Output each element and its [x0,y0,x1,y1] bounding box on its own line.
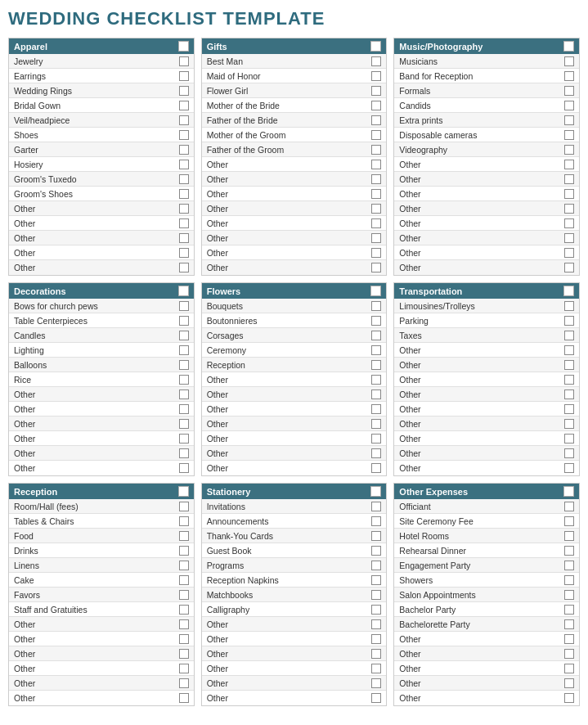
row-checkbox-stationery-6[interactable] [371,590,381,600]
row-checkbox-stationery-1[interactable] [371,516,381,526]
row-checkbox-reception-8[interactable] [179,619,189,629]
row-checkbox-apparel-4[interactable] [179,115,189,125]
row-checkbox-reception-2[interactable] [179,531,189,541]
row-checkbox-flowers-4[interactable] [371,360,381,370]
row-checkbox-other-expenses-4[interactable] [564,561,574,570]
row-checkbox-apparel-12[interactable] [179,233,189,243]
row-checkbox-transportation-3[interactable] [564,345,574,355]
row-checkbox-gifts-3[interactable] [371,101,381,110]
row-checkbox-stationery-0[interactable] [371,502,381,511]
row-checkbox-flowers-3[interactable] [371,345,381,355]
row-checkbox-gifts-10[interactable] [371,204,381,214]
row-checkbox-music-photography-14[interactable] [564,263,574,272]
row-checkbox-gifts-2[interactable] [371,86,381,96]
row-checkbox-flowers-7[interactable] [371,404,381,414]
row-checkbox-stationery-12[interactable] [371,678,381,688]
row-checkbox-transportation-1[interactable] [564,316,574,326]
row-checkbox-transportation-7[interactable] [564,404,574,414]
row-checkbox-transportation-9[interactable] [564,434,574,444]
row-checkbox-gifts-11[interactable] [371,218,381,228]
row-checkbox-music-photography-2[interactable] [564,86,574,96]
row-checkbox-decorations-7[interactable] [179,404,189,414]
row-checkbox-stationery-11[interactable] [371,664,381,673]
row-checkbox-decorations-11[interactable] [179,463,189,473]
row-checkbox-stationery-4[interactable] [371,561,381,570]
row-checkbox-gifts-8[interactable] [371,174,381,184]
row-checkbox-flowers-11[interactable] [371,463,381,473]
row-checkbox-flowers-0[interactable] [371,301,381,311]
row-checkbox-transportation-6[interactable] [564,390,574,399]
row-checkbox-music-photography-9[interactable] [564,189,574,199]
row-checkbox-transportation-10[interactable] [564,448,574,458]
section-checkbox-other-expenses[interactable] [563,486,574,497]
row-checkbox-reception-0[interactable] [179,502,189,511]
row-checkbox-music-photography-12[interactable] [564,233,574,243]
row-checkbox-apparel-10[interactable] [179,204,189,214]
row-checkbox-reception-5[interactable] [179,575,189,585]
row-checkbox-stationery-7[interactable] [371,605,381,615]
row-checkbox-apparel-8[interactable] [179,174,189,184]
row-checkbox-transportation-2[interactable] [564,331,574,340]
row-checkbox-music-photography-5[interactable] [564,130,574,140]
row-checkbox-transportation-0[interactable] [564,301,574,311]
row-checkbox-apparel-2[interactable] [179,86,189,96]
row-checkbox-apparel-5[interactable] [179,130,189,140]
row-checkbox-music-photography-8[interactable] [564,174,574,184]
row-checkbox-transportation-8[interactable] [564,419,574,429]
row-checkbox-apparel-14[interactable] [179,263,189,272]
row-checkbox-flowers-6[interactable] [371,390,381,399]
row-checkbox-flowers-9[interactable] [371,434,381,444]
row-checkbox-reception-11[interactable] [179,664,189,673]
row-checkbox-music-photography-4[interactable] [564,115,574,125]
row-checkbox-music-photography-1[interactable] [564,71,574,81]
row-checkbox-gifts-13[interactable] [371,248,381,258]
row-checkbox-music-photography-10[interactable] [564,204,574,214]
row-checkbox-other-expenses-10[interactable] [564,649,574,659]
row-checkbox-music-photography-13[interactable] [564,248,574,258]
row-checkbox-apparel-9[interactable] [179,189,189,199]
row-checkbox-gifts-7[interactable] [371,160,381,169]
row-checkbox-other-expenses-5[interactable] [564,575,574,585]
section-checkbox-transportation[interactable] [563,286,574,296]
row-checkbox-transportation-4[interactable] [564,360,574,370]
row-checkbox-apparel-13[interactable] [179,248,189,258]
row-checkbox-gifts-4[interactable] [371,115,381,125]
row-checkbox-gifts-1[interactable] [371,71,381,81]
row-checkbox-reception-4[interactable] [179,561,189,570]
row-checkbox-decorations-4[interactable] [179,360,189,370]
section-checkbox-apparel[interactable] [178,41,189,52]
row-checkbox-other-expenses-11[interactable] [564,664,574,673]
section-checkbox-reception[interactable] [178,486,189,497]
row-checkbox-transportation-11[interactable] [564,463,574,473]
row-checkbox-apparel-3[interactable] [179,101,189,110]
row-checkbox-music-photography-0[interactable] [564,56,574,66]
row-checkbox-apparel-7[interactable] [179,160,189,169]
row-checkbox-flowers-2[interactable] [371,331,381,340]
section-checkbox-flowers[interactable] [370,286,381,296]
row-checkbox-other-expenses-8[interactable] [564,619,574,629]
row-checkbox-decorations-5[interactable] [179,375,189,385]
row-checkbox-gifts-14[interactable] [371,263,381,272]
row-checkbox-other-expenses-0[interactable] [564,502,574,511]
row-checkbox-decorations-1[interactable] [179,316,189,326]
row-checkbox-stationery-8[interactable] [371,619,381,629]
row-checkbox-decorations-0[interactable] [179,301,189,311]
row-checkbox-stationery-2[interactable] [371,531,381,541]
row-checkbox-other-expenses-6[interactable] [564,590,574,600]
row-checkbox-flowers-10[interactable] [371,448,381,458]
row-checkbox-reception-9[interactable] [179,634,189,644]
section-checkbox-stationery[interactable] [370,486,381,497]
row-checkbox-apparel-0[interactable] [179,56,189,66]
row-checkbox-other-expenses-12[interactable] [564,678,574,688]
row-checkbox-flowers-5[interactable] [371,375,381,385]
row-checkbox-gifts-12[interactable] [371,233,381,243]
row-checkbox-other-expenses-3[interactable] [564,546,574,556]
row-checkbox-other-expenses-2[interactable] [564,531,574,541]
row-checkbox-apparel-11[interactable] [179,218,189,228]
row-checkbox-reception-7[interactable] [179,605,189,615]
row-checkbox-other-expenses-13[interactable] [564,693,574,703]
row-checkbox-decorations-9[interactable] [179,434,189,444]
row-checkbox-music-photography-11[interactable] [564,218,574,228]
row-checkbox-stationery-10[interactable] [371,649,381,659]
row-checkbox-transportation-5[interactable] [564,375,574,385]
